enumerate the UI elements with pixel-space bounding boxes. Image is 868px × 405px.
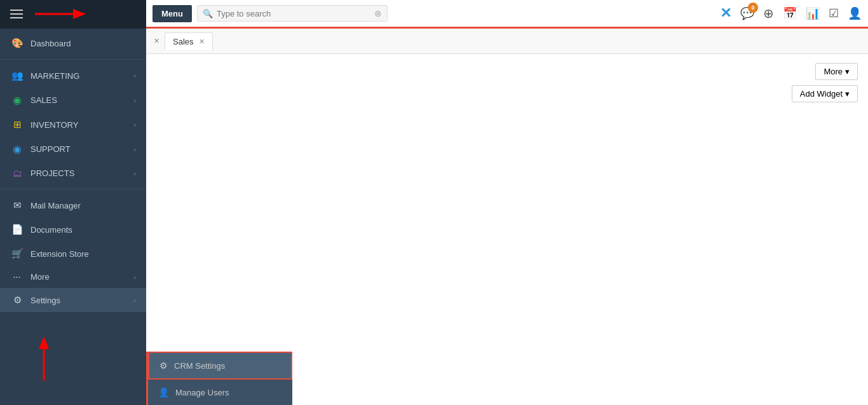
sidebar-item-label: SALES bbox=[31, 95, 133, 105]
add-widget-label: Add Widget bbox=[800, 89, 843, 99]
notification-badge: 0 bbox=[748, 3, 758, 13]
sidebar-item-extension-store[interactable]: 🛒 Extension Store bbox=[0, 242, 146, 266]
sidebar-item-label: SUPPORT bbox=[31, 144, 133, 154]
more-icon: ··· bbox=[10, 273, 24, 281]
sidebar-header bbox=[0, 0, 146, 29]
chevron-icon: › bbox=[133, 170, 136, 177]
tab-close-btn[interactable]: ✕ bbox=[199, 38, 205, 46]
documents-icon: 📄 bbox=[10, 224, 24, 235]
content-top-actions: More ▾ Add Widget ▾ bbox=[792, 63, 858, 102]
chevron-icon: › bbox=[133, 97, 136, 104]
chevron-icon: › bbox=[133, 121, 136, 128]
chart-topbar-icon[interactable]: 📊 bbox=[806, 6, 820, 20]
sidebar-item-dashboard[interactable]: 🎨 Dashboard bbox=[0, 31, 146, 55]
tab-bar: ✕ Sales ✕ bbox=[146, 29, 868, 54]
red-arrow-bottom bbox=[35, 336, 53, 383]
sidebar-item-label: More bbox=[31, 272, 133, 282]
submenu-item-label: CRM Settings bbox=[174, 361, 225, 371]
projects-icon: 🗂 bbox=[10, 168, 24, 179]
sidebar-item-label: INVENTORY bbox=[31, 120, 133, 130]
more-dropdown-arrow: ▾ bbox=[845, 67, 850, 76]
more-button-label: More bbox=[824, 67, 843, 76]
marketing-icon: 👥 bbox=[10, 70, 24, 81]
crm-topbar-icon[interactable]: ✕ bbox=[720, 5, 731, 22]
add-topbar-icon[interactable]: ⊕ bbox=[763, 6, 774, 21]
menu-button[interactable]: Menu bbox=[153, 5, 192, 22]
calendar-topbar-icon[interactable]: 📅 bbox=[783, 6, 797, 20]
submenu-item-crm-settings[interactable]: ⚙ CRM Settings bbox=[148, 352, 292, 380]
sidebar-item-more[interactable]: ··· More › bbox=[0, 266, 146, 288]
extension-store-icon: 🛒 bbox=[10, 248, 24, 259]
sidebar-menu: 🎨 Dashboard 👥 MARKETING › ◉ SALES › ⊞ IN… bbox=[0, 29, 146, 405]
settings-icon: ⚙ bbox=[10, 294, 24, 306]
sidebar-item-sales[interactable]: ◉ SALES › bbox=[0, 88, 146, 113]
mail-icon: ✉ bbox=[10, 200, 24, 211]
svg-marker-3 bbox=[39, 336, 49, 349]
sidebar-divider-2 bbox=[0, 189, 146, 189]
crm-settings-icon: ⚙ bbox=[159, 360, 168, 371]
user-topbar-icon[interactable]: 👤 bbox=[848, 6, 862, 20]
chevron-icon: › bbox=[133, 72, 136, 79]
inventory-icon: ⊞ bbox=[10, 119, 24, 130]
search-clear-icon[interactable]: ⊗ bbox=[374, 8, 382, 18]
sidebar-item-inventory[interactable]: ⊞ INVENTORY › bbox=[0, 113, 146, 137]
submenu-item-label: Manage Users bbox=[175, 388, 229, 397]
dashboard-icon: 🎨 bbox=[10, 38, 24, 49]
tab-label: Sales bbox=[173, 37, 194, 46]
sidebar-item-support[interactable]: ◉ SUPPORT › bbox=[0, 137, 146, 161]
sidebar: 🎨 Dashboard 👥 MARKETING › ◉ SALES › ⊞ IN… bbox=[0, 0, 146, 405]
search-input[interactable] bbox=[217, 9, 374, 18]
sidebar-item-label: MARKETING bbox=[31, 71, 133, 81]
topbar-right: ✕ 💬 0 ⊕ 📅 📊 ☑ 👤 bbox=[720, 5, 862, 22]
submenu-item-manage-users[interactable]: 👤 Manage Users bbox=[148, 380, 292, 405]
chevron-icon: › bbox=[133, 273, 136, 281]
settings-submenu: ⚙ CRM Settings 👤 Manage Users bbox=[146, 352, 292, 405]
support-icon: ◉ bbox=[10, 143, 24, 155]
main-content: Menu 🔍 ⊗ ✕ 💬 0 ⊕ 📅 📊 ☑ 👤 ✕ bbox=[146, 0, 868, 405]
sidebar-item-label: Extension Store bbox=[31, 249, 136, 259]
sidebar-item-label: Documents bbox=[31, 225, 136, 235]
sidebar-item-label: Dashboard bbox=[31, 39, 136, 48]
sidebar-item-mail-manager[interactable]: ✉ Mail Manager bbox=[0, 193, 146, 217]
chevron-icon: › bbox=[133, 296, 136, 304]
add-widget-dropdown-arrow: ▾ bbox=[845, 89, 850, 99]
sidebar-item-documents[interactable]: 📄 Documents bbox=[0, 217, 146, 242]
search-bar: 🔍 ⊗ bbox=[197, 5, 388, 22]
hamburger-menu[interactable] bbox=[10, 10, 23, 18]
tab-sales[interactable]: Sales ✕ bbox=[165, 32, 213, 50]
chevron-icon: › bbox=[133, 146, 136, 153]
sales-icon: ◉ bbox=[10, 94, 24, 106]
chat-topbar-icon[interactable]: 💬 0 bbox=[740, 6, 754, 20]
sidebar-item-label: PROJECTS bbox=[31, 168, 133, 178]
tab-close-icon[interactable]: ✕ bbox=[154, 37, 159, 45]
search-icon: 🔍 bbox=[203, 9, 213, 18]
sidebar-item-settings[interactable]: ⚙ Settings › bbox=[0, 288, 146, 312]
more-button[interactable]: More ▾ bbox=[815, 63, 858, 80]
sidebar-item-label: Mail Manager bbox=[31, 201, 136, 210]
sidebar-divider bbox=[0, 59, 146, 60]
sidebar-item-marketing[interactable]: 👥 MARKETING › bbox=[0, 64, 146, 88]
add-widget-button[interactable]: Add Widget ▾ bbox=[792, 85, 858, 102]
manage-users-icon: 👤 bbox=[158, 387, 169, 397]
checklist-topbar-icon[interactable]: ☑ bbox=[829, 6, 839, 20]
sidebar-item-label: Settings bbox=[31, 296, 133, 305]
topbar: Menu 🔍 ⊗ ✕ 💬 0 ⊕ 📅 📊 ☑ 👤 bbox=[146, 0, 868, 29]
sidebar-item-projects[interactable]: 🗂 PROJECTS › bbox=[0, 161, 146, 185]
